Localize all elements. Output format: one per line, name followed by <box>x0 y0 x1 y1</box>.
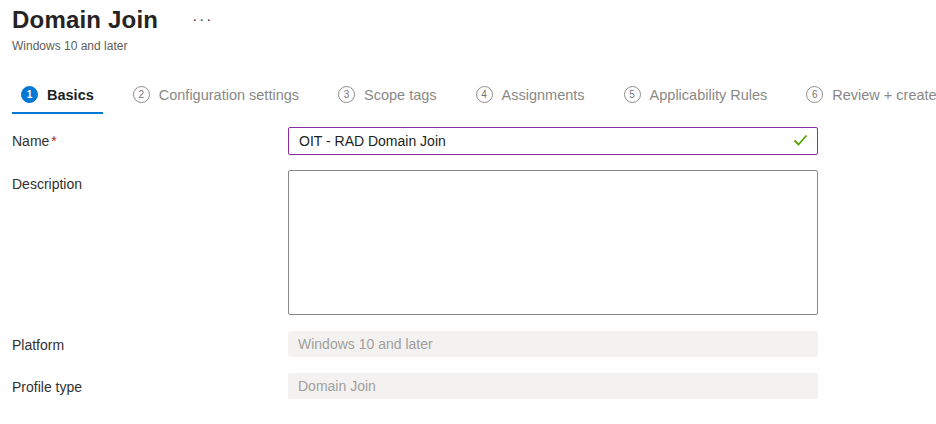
step-tab-scope-tags[interactable]: 3 Scope tags <box>329 86 446 114</box>
step-label: Basics <box>47 87 94 103</box>
step-label: Applicability Rules <box>650 87 768 103</box>
page-header: Domain Join ··· <box>12 6 936 34</box>
name-field-row: Name* <box>12 127 936 155</box>
step-tab-configuration-settings[interactable]: 2 Configuration settings <box>124 86 308 114</box>
page-subtitle: Windows 10 and later <box>12 39 936 53</box>
wizard-steps: 1 Basics 2 Configuration settings 3 Scop… <box>12 86 936 114</box>
step-label: Assignments <box>502 87 585 103</box>
domain-join-wizard-page: Domain Join ··· Windows 10 and later 1 B… <box>0 0 936 399</box>
step-label: Configuration settings <box>159 87 299 103</box>
platform-field-row: Platform <box>12 331 936 357</box>
step-number-badge: 1 <box>21 86 38 103</box>
platform-field-label: Platform <box>12 331 288 353</box>
step-number-badge: 2 <box>133 86 150 103</box>
name-field-label: Name* <box>12 127 288 149</box>
name-input[interactable] <box>288 127 818 155</box>
step-tab-review-create[interactable]: 6 Review + create <box>797 86 936 114</box>
step-tab-applicability-rules[interactable]: 5 Applicability Rules <box>615 86 777 114</box>
step-number-badge: 3 <box>338 86 355 103</box>
basics-form: Name* Description Platform Profile type <box>12 127 936 399</box>
step-tab-assignments[interactable]: 4 Assignments <box>467 86 594 114</box>
step-tab-basics[interactable]: 1 Basics <box>12 86 103 114</box>
description-field-row: Description <box>12 170 936 315</box>
profile-type-input <box>288 373 818 399</box>
page-title: Domain Join <box>12 6 158 34</box>
step-number-badge: 5 <box>624 86 641 103</box>
more-options-icon[interactable]: ··· <box>188 11 217 26</box>
description-input[interactable] <box>288 170 818 315</box>
step-label: Scope tags <box>364 87 437 103</box>
name-input-wrap <box>288 127 818 155</box>
profile-type-field-row: Profile type <box>12 373 936 399</box>
step-number-badge: 4 <box>476 86 493 103</box>
step-label: Review + create <box>832 87 936 103</box>
required-asterisk: * <box>51 133 56 149</box>
platform-input <box>288 331 818 357</box>
step-number-badge: 6 <box>806 86 823 103</box>
profile-type-field-label: Profile type <box>12 373 288 395</box>
description-field-label: Description <box>12 170 288 192</box>
